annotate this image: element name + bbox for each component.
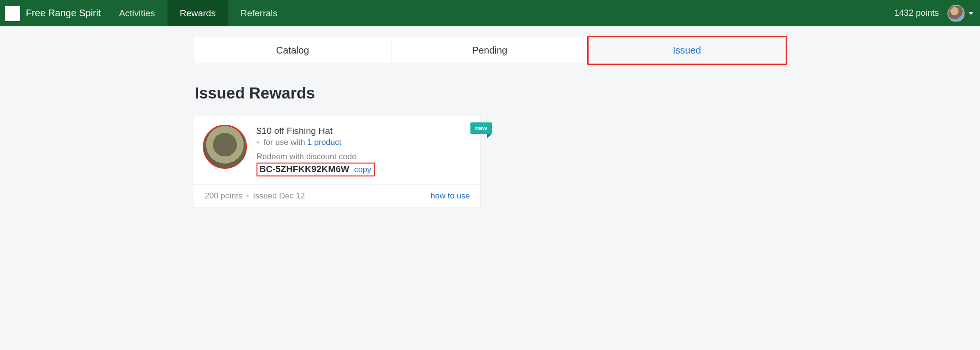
code-row: BC-5ZHFKK92KM6W copy bbox=[256, 163, 375, 176]
avatar bbox=[947, 5, 965, 22]
issued-date: Issued Dec 12 bbox=[253, 191, 305, 201]
page-title: Issued Rewards bbox=[195, 84, 786, 102]
use-with-line: • for use with 1 product bbox=[256, 138, 470, 147]
brand[interactable]: Free Range Spirit bbox=[5, 6, 107, 21]
tab-issued[interactable]: Issued bbox=[589, 37, 786, 64]
new-badge: new bbox=[470, 122, 492, 134]
main-content: Catalog Pending Issued Issued Rewards ne… bbox=[192, 26, 788, 208]
card-info: $10 off Fishing Hat • for use with 1 pro… bbox=[256, 125, 470, 176]
topbar: Free Range Spirit Activities Rewards Ref… bbox=[0, 0, 980, 26]
bullet-icon: • bbox=[256, 138, 259, 147]
brand-name: Free Range Spirit bbox=[26, 8, 101, 19]
points-display: 1432 points bbox=[894, 8, 947, 18]
nav-items: Activities Rewards Referrals bbox=[107, 0, 290, 26]
reward-title: $10 off Fishing Hat bbox=[256, 126, 470, 136]
redeem-label: Redeem with discount code bbox=[256, 152, 470, 162]
card-footer: 200 points • Issued Dec 12 how to use bbox=[194, 184, 480, 208]
product-link[interactable]: 1 product bbox=[307, 138, 341, 147]
how-to-use-link[interactable]: how to use bbox=[431, 191, 470, 201]
points-cost: 200 points bbox=[205, 191, 242, 201]
copy-button[interactable]: copy bbox=[354, 165, 371, 175]
separator-dot: • bbox=[246, 191, 249, 201]
nav-item-activities[interactable]: Activities bbox=[107, 0, 167, 26]
brand-logo bbox=[5, 6, 20, 21]
nav-item-rewards[interactable]: Rewards bbox=[167, 0, 228, 26]
user-menu[interactable] bbox=[947, 5, 973, 22]
subtabs: Catalog Pending Issued bbox=[194, 37, 786, 64]
use-with-prefix: for use with bbox=[264, 138, 305, 147]
chevron-down-icon bbox=[969, 12, 973, 15]
reward-card: new $10 off Fishing Hat • for use with 1… bbox=[194, 116, 481, 208]
tab-pending[interactable]: Pending bbox=[391, 37, 589, 64]
tab-catalog[interactable]: Catalog bbox=[194, 37, 391, 64]
discount-code: BC-5ZHFKK92KM6W bbox=[259, 164, 349, 175]
nav-item-referrals[interactable]: Referrals bbox=[228, 0, 290, 26]
card-body: $10 off Fishing Hat • for use with 1 pro… bbox=[194, 116, 480, 184]
product-image bbox=[203, 125, 247, 169]
